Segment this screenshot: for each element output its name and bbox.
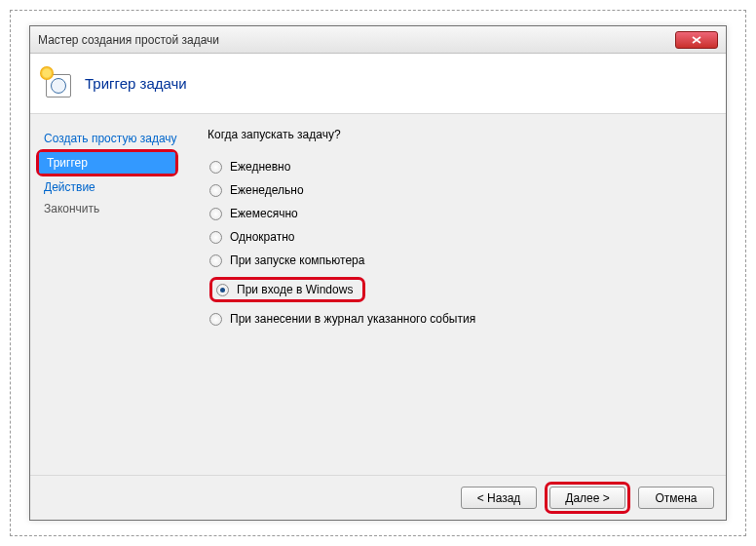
highlight-logon-option: При входе в Windows	[209, 277, 365, 302]
option-label: При занесении в журнал указанного событи…	[230, 312, 475, 326]
back-button[interactable]: < Назад	[461, 487, 537, 509]
radio-icon	[216, 284, 229, 296]
sidebar-item-finish[interactable]: Закончить	[36, 198, 196, 219]
option-daily[interactable]: Ежедневно	[208, 155, 714, 178]
page-title: Триггер задачи	[85, 75, 187, 92]
wizard-steps-sidebar: Создать простую задачу Триггер Действие …	[30, 114, 196, 475]
option-logon-row[interactable]: При входе в Windows	[208, 272, 714, 307]
option-startup[interactable]: При запуске компьютера	[208, 249, 714, 272]
close-button[interactable]	[675, 31, 718, 49]
option-weekly[interactable]: Еженедельно	[208, 178, 714, 202]
cancel-button[interactable]: Отмена	[638, 487, 714, 509]
option-label: При запуске компьютера	[230, 254, 364, 267]
wizard-content: Когда запускать задачу? Ежедневно Еженед…	[196, 114, 726, 475]
trigger-question: Когда запускать задачу?	[208, 128, 714, 141]
sidebar-item-create[interactable]: Создать простую задачу	[36, 128, 196, 149]
sidebar-item-trigger[interactable]: Триггер	[39, 152, 175, 174]
option-label: Еженедельно	[230, 183, 304, 197]
highlight-next-button: Далее >	[545, 482, 630, 514]
option-label: Ежемесячно	[230, 207, 298, 220]
option-label: Ежедневно	[230, 160, 290, 174]
option-monthly[interactable]: Ежемесячно	[208, 202, 714, 225]
option-once[interactable]: Однократно	[208, 225, 714, 249]
window-title: Мастер создания простой задачи	[38, 33, 219, 47]
radio-icon	[209, 161, 222, 174]
wizard-window: Мастер создания простой задачи Триггер з…	[29, 25, 727, 521]
option-label: При входе в Windows	[237, 283, 353, 296]
option-label: Однократно	[230, 230, 295, 244]
next-button[interactable]: Далее >	[549, 487, 625, 509]
radio-icon	[209, 231, 222, 244]
wizard-footer: < Назад Далее > Отмена	[30, 475, 726, 520]
titlebar: Мастер создания простой задачи	[30, 26, 726, 54]
highlight-trigger-step: Триггер	[36, 149, 178, 176]
option-event[interactable]: При занесении в журнал указанного событи…	[208, 307, 714, 331]
radio-icon	[209, 313, 222, 326]
task-scheduler-icon	[42, 68, 73, 99]
wizard-header: Триггер задачи	[30, 54, 726, 114]
wizard-body: Создать простую задачу Триггер Действие …	[30, 114, 726, 475]
close-icon	[692, 36, 701, 44]
radio-icon	[209, 254, 222, 267]
radio-icon	[209, 184, 222, 197]
radio-icon	[209, 208, 222, 220]
sidebar-item-action[interactable]: Действие	[36, 176, 196, 198]
